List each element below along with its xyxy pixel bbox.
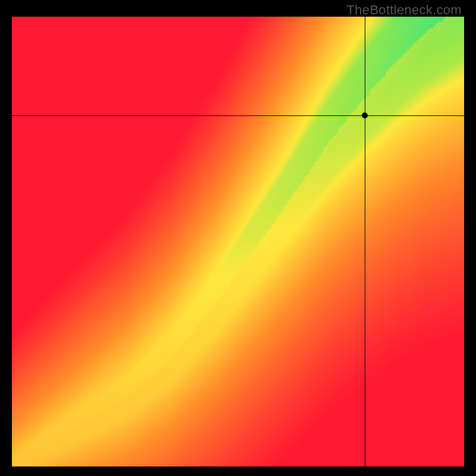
crosshair-vertical (365, 17, 365, 466)
heatmap-canvas (12, 17, 464, 466)
crosshair-horizontal (12, 115, 464, 116)
heatmap-plot (12, 17, 464, 466)
chart-container: TheBottleneck.com (0, 0, 476, 476)
watermark-text: TheBottleneck.com (347, 2, 462, 18)
marker-dot (362, 112, 368, 118)
